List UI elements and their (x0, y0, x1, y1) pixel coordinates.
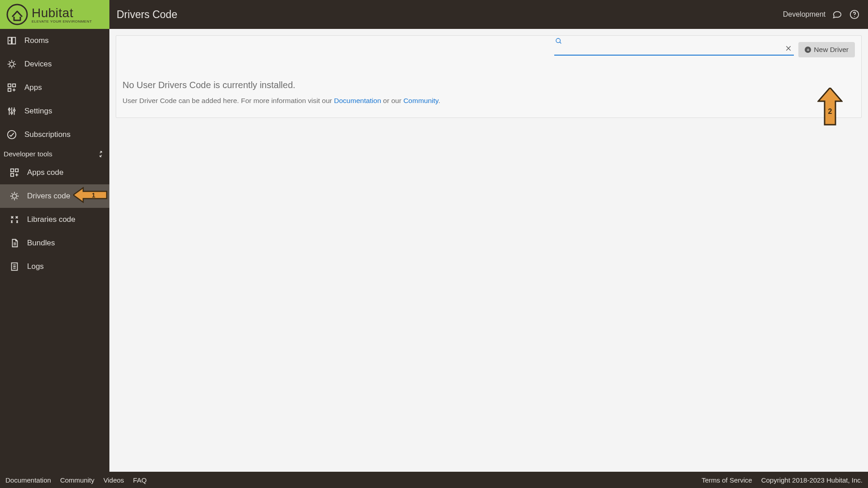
header: Hubitat ELEVATE YOUR ENVIRONMENT Drivers… (0, 0, 868, 29)
sidebar-item-label: Bundles (27, 239, 55, 248)
sidebar-group-developer-tools[interactable]: Developer tools (0, 146, 109, 161)
header-right: Development (783, 9, 868, 20)
svg-point-11 (11, 112, 13, 114)
svg-point-13 (8, 131, 16, 139)
svg-point-12 (14, 109, 15, 111)
empty-sub-pre: User Driver Code can be added here. For … (123, 97, 334, 104)
svg-rect-14 (11, 169, 14, 172)
sidebar-item-rooms[interactable]: Rooms (0, 29, 109, 52)
svg-text:2: 2 (828, 108, 832, 115)
drivers-panel: + New Driver No User Drivers Code is cur… (116, 35, 862, 118)
svg-point-20 (556, 38, 560, 42)
brand-tagline: ELEVATE YOUR ENVIRONMENT (32, 19, 92, 23)
svg-point-10 (9, 109, 10, 111)
svg-rect-15 (15, 169, 18, 172)
hubitat-logo-icon (5, 3, 29, 26)
env-label: Development (783, 10, 826, 19)
apps-icon (6, 82, 17, 93)
sidebar-item-label: Logs (27, 262, 44, 271)
annotation-arrow-1: 1 (73, 187, 108, 206)
footer-link-community[interactable]: Community (60, 476, 94, 484)
page-title: Drivers Code (117, 9, 177, 21)
footer-link-documentation[interactable]: Documentation (5, 476, 51, 484)
sidebar-item-subscriptions[interactable]: Subscriptions (0, 123, 109, 146)
sidebar-item-label: Rooms (24, 36, 49, 45)
search-wrap (554, 42, 794, 56)
sidebar-item-label: Devices (24, 60, 52, 69)
new-driver-button[interactable]: + New Driver (798, 42, 855, 57)
rooms-icon (6, 35, 17, 46)
documentation-link[interactable]: Documentation (334, 97, 381, 104)
svg-rect-8 (13, 84, 15, 87)
collapse-icon (97, 150, 105, 158)
sidebar-item-settings[interactable]: Settings (0, 99, 109, 123)
sidebar-item-apps-code[interactable]: Apps code (0, 161, 109, 184)
svg-rect-4 (12, 38, 15, 44)
help-icon[interactable] (849, 9, 860, 20)
sidebar-item-label: Libraries code (27, 215, 75, 224)
footer-left: Documentation Community Videos FAQ (5, 476, 146, 484)
plus-circle-icon: + (805, 47, 811, 53)
svg-rect-16 (11, 174, 14, 176)
svg-point-2 (854, 16, 855, 17)
svg-line-21 (560, 42, 561, 43)
community-link[interactable]: Community (403, 97, 438, 104)
logo[interactable]: Hubitat ELEVATE YOUR ENVIRONMENT (0, 0, 109, 29)
empty-sub-mid: or our (381, 97, 403, 104)
annotation-arrow-2: 2 (817, 88, 843, 127)
footer-right: Terms of Service Copyright 2018-2023 Hub… (702, 476, 863, 484)
empty-sub-post: . (438, 97, 440, 104)
sidebar-item-label: Apps (24, 83, 42, 92)
sidebar-item-apps[interactable]: Apps (0, 76, 109, 99)
sidebar-item-label: Settings (24, 107, 52, 116)
content-row: Rooms Devices Apps Settings Subscription… (0, 29, 868, 472)
footer-link-videos[interactable]: Videos (104, 476, 124, 484)
devices-icon (6, 59, 17, 70)
logs-icon (9, 261, 20, 272)
libraries-code-icon (9, 214, 20, 225)
group-label: Developer tools (4, 150, 52, 158)
svg-text:1: 1 (92, 192, 95, 199)
logo-text: Hubitat ELEVATE YOUR ENVIRONMENT (32, 6, 92, 23)
svg-rect-7 (8, 84, 11, 87)
search-icon (555, 38, 563, 46)
footer-link-tos[interactable]: Terms of Service (702, 476, 752, 484)
sidebar-item-logs[interactable]: Logs (0, 255, 109, 278)
svg-point-6 (9, 62, 14, 66)
chat-icon[interactable] (832, 9, 843, 20)
sidebar-item-devices[interactable]: Devices (0, 52, 109, 76)
sidebar-item-libraries-code[interactable]: Libraries code (0, 208, 109, 231)
panel-top: + New Driver (123, 42, 855, 62)
footer-link-faq[interactable]: FAQ (133, 476, 146, 484)
search-input[interactable] (554, 42, 794, 56)
sidebar-item-label: Subscriptions (24, 130, 71, 139)
sidebar-item-label: Apps code (27, 168, 63, 177)
svg-rect-9 (8, 89, 11, 91)
svg-point-0 (7, 5, 27, 24)
clear-search-button[interactable] (784, 44, 793, 53)
svg-point-17 (12, 194, 16, 198)
footer: Documentation Community Videos FAQ Terms… (0, 472, 868, 488)
main: + New Driver No User Drivers Code is cur… (109, 29, 868, 472)
subscriptions-icon (6, 129, 17, 140)
footer-copyright: Copyright 2018-2023 Hubitat, Inc. (761, 476, 863, 484)
sidebar-item-label: Drivers code (27, 192, 70, 201)
drivers-code-icon (9, 191, 20, 202)
sidebar-item-bundles[interactable]: Bundles (0, 231, 109, 255)
empty-state-title: No User Drivers Code is currently instal… (123, 80, 855, 90)
apps-code-icon (9, 167, 20, 178)
bundles-icon (9, 238, 20, 249)
empty-state-subtitle: User Driver Code can be added here. For … (123, 97, 855, 105)
brand-name: Hubitat (32, 6, 92, 20)
sidebar: Rooms Devices Apps Settings Subscription… (0, 29, 109, 472)
new-driver-label: New Driver (814, 46, 849, 54)
sidebar-item-drivers-code[interactable]: Drivers code 1 (0, 184, 109, 208)
settings-icon (6, 106, 17, 117)
